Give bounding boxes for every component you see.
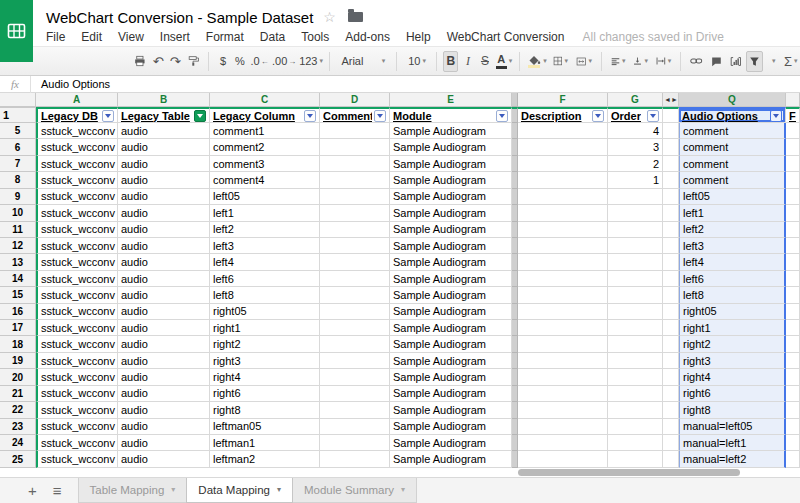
cell[interactable]: left6 bbox=[679, 271, 786, 287]
fill-color-button[interactable]: ▾ bbox=[526, 51, 547, 72]
cell[interactable]: Sample Audiogram bbox=[390, 238, 512, 254]
cell[interactable]: Sample Audiogram bbox=[390, 123, 512, 139]
hidden-columns-cell[interactable] bbox=[663, 419, 679, 435]
horizontal-scrollbar-thumb[interactable] bbox=[518, 469, 740, 476]
cell[interactable]: audio bbox=[118, 156, 210, 172]
cell[interactable] bbox=[786, 369, 800, 385]
column-letter-A[interactable]: A bbox=[36, 93, 118, 107]
cell[interactable]: sstuck_wcconv bbox=[36, 353, 118, 369]
cell[interactable]: manual=left2 bbox=[679, 451, 786, 467]
cell[interactable]: sstuck_wcconv bbox=[36, 287, 118, 303]
cell[interactable] bbox=[518, 205, 608, 221]
cell[interactable]: audio bbox=[118, 386, 210, 402]
cell[interactable]: right3 bbox=[210, 353, 320, 369]
cell[interactable]: comment bbox=[679, 123, 786, 139]
cell[interactable] bbox=[786, 189, 800, 205]
cell[interactable]: audio bbox=[118, 336, 210, 352]
cell[interactable]: audio bbox=[118, 304, 210, 320]
menu-format[interactable]: Format bbox=[198, 30, 252, 44]
cell[interactable]: sstuck_wcconv bbox=[36, 222, 118, 238]
column-letter-E[interactable]: E bbox=[390, 93, 512, 107]
percent-format-button[interactable]: % bbox=[232, 51, 247, 72]
tab-module-summary[interactable]: Module Summary▾ bbox=[292, 478, 417, 503]
cell[interactable] bbox=[786, 238, 800, 254]
cell[interactable]: audio bbox=[118, 222, 210, 238]
cell[interactable]: left2 bbox=[679, 222, 786, 238]
cell[interactable]: audio bbox=[118, 320, 210, 336]
hidden-columns-cell[interactable] bbox=[663, 156, 679, 172]
cell[interactable]: comment1 bbox=[210, 123, 320, 139]
header-cell-C[interactable]: Legacy Column bbox=[210, 107, 320, 123]
cell[interactable]: sstuck_wcconv bbox=[36, 386, 118, 402]
row-number[interactable]: 11 bbox=[0, 222, 36, 238]
row-number[interactable]: 17 bbox=[0, 320, 36, 336]
cell[interactable]: Sample Audiogram bbox=[390, 336, 512, 352]
cell[interactable] bbox=[518, 402, 608, 418]
cell[interactable] bbox=[786, 222, 800, 238]
filter-dropdown-icon[interactable] bbox=[770, 110, 782, 122]
row-number[interactable]: 6 bbox=[0, 139, 36, 155]
cell[interactable] bbox=[320, 156, 390, 172]
hidden-columns-cell[interactable] bbox=[663, 451, 679, 467]
cell[interactable]: 1 bbox=[608, 172, 663, 188]
cell[interactable] bbox=[320, 254, 390, 270]
cell[interactable]: right05 bbox=[210, 304, 320, 320]
cell[interactable] bbox=[320, 139, 390, 155]
paint-format-icon[interactable] bbox=[185, 51, 203, 72]
cell[interactable]: Sample Audiogram bbox=[390, 156, 512, 172]
cell[interactable]: audio bbox=[118, 205, 210, 221]
row-number[interactable]: 14 bbox=[0, 271, 36, 287]
row-number[interactable]: 22 bbox=[0, 402, 36, 418]
cell[interactable]: comment bbox=[679, 172, 786, 188]
cell[interactable]: 3 bbox=[608, 139, 663, 155]
filter-views-caret[interactable]: ▾ bbox=[765, 51, 780, 72]
cell[interactable]: audio bbox=[118, 172, 210, 188]
cell[interactable] bbox=[320, 419, 390, 435]
cell[interactable] bbox=[518, 222, 608, 238]
cell[interactable] bbox=[320, 435, 390, 451]
row-number[interactable]: 7 bbox=[0, 156, 36, 172]
filter-active-icon[interactable] bbox=[194, 110, 206, 122]
cell[interactable] bbox=[320, 238, 390, 254]
cell[interactable]: Sample Audiogram bbox=[390, 304, 512, 320]
cell[interactable]: left8 bbox=[210, 287, 320, 303]
cell[interactable] bbox=[608, 254, 663, 270]
cell[interactable]: Sample Audiogram bbox=[390, 271, 512, 287]
font-size-dropdown[interactable]: 10▾ bbox=[403, 51, 430, 72]
merge-cells-button[interactable]: ▾ bbox=[573, 51, 595, 72]
cell[interactable]: Sample Audiogram bbox=[390, 189, 512, 205]
row-number[interactable]: 21 bbox=[0, 386, 36, 402]
cell[interactable] bbox=[518, 189, 608, 205]
insert-chart-icon[interactable] bbox=[727, 51, 745, 72]
cell[interactable] bbox=[518, 238, 608, 254]
cell[interactable]: right1 bbox=[679, 320, 786, 336]
more-formats-button[interactable]: 123▾ bbox=[299, 51, 324, 72]
print-icon[interactable] bbox=[131, 51, 149, 72]
header-cell-r[interactable]: Fi bbox=[786, 107, 800, 123]
cell[interactable]: audio bbox=[118, 123, 210, 139]
row-number[interactable]: 1 bbox=[0, 107, 36, 123]
row-number[interactable]: 9 bbox=[0, 189, 36, 205]
bold-button[interactable]: B bbox=[443, 51, 458, 72]
cell[interactable] bbox=[786, 139, 800, 155]
cell[interactable] bbox=[608, 451, 663, 467]
font-family-dropdown[interactable]: Arial▾ bbox=[336, 51, 390, 72]
row-number[interactable]: 8 bbox=[0, 172, 36, 188]
hidden-columns-cell[interactable] bbox=[663, 435, 679, 451]
cell[interactable]: Sample Audiogram bbox=[390, 139, 512, 155]
cell[interactable] bbox=[320, 369, 390, 385]
column-letter-G[interactable]: G bbox=[608, 93, 663, 107]
cell[interactable]: sstuck_wcconv bbox=[36, 336, 118, 352]
hidden-columns-cell[interactable] bbox=[663, 205, 679, 221]
hidden-columns-cell[interactable] bbox=[663, 320, 679, 336]
italic-button[interactable]: I bbox=[460, 51, 475, 72]
cell[interactable] bbox=[320, 271, 390, 287]
cell[interactable]: sstuck_wcconv bbox=[36, 123, 118, 139]
hidden-columns-cell[interactable] bbox=[663, 238, 679, 254]
cell[interactable] bbox=[518, 156, 608, 172]
cell[interactable] bbox=[608, 238, 663, 254]
cell[interactable] bbox=[320, 353, 390, 369]
cell[interactable] bbox=[518, 451, 608, 467]
hidden-columns-cell[interactable] bbox=[663, 287, 679, 303]
cell[interactable]: audio bbox=[118, 451, 210, 467]
